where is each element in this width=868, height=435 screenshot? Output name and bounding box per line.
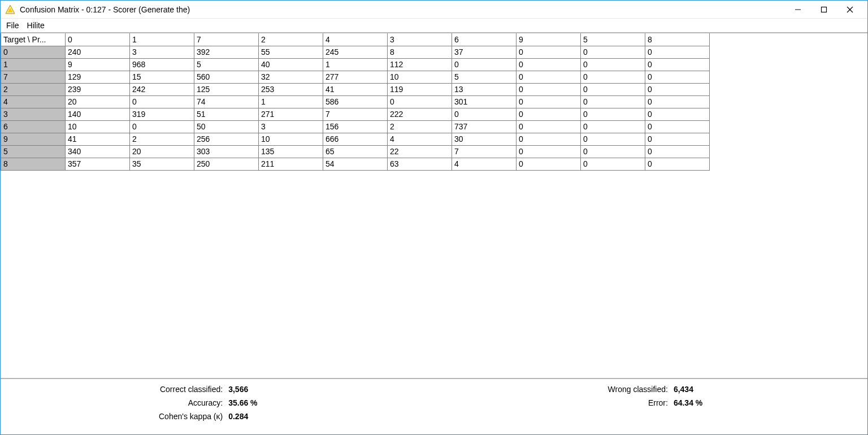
matrix-cell[interactable]: 54 bbox=[323, 158, 388, 170]
matrix-cell[interactable]: 9 bbox=[66, 58, 130, 71]
row-header[interactable]: 3 bbox=[1, 108, 66, 120]
matrix-cell[interactable]: 125 bbox=[194, 83, 259, 95]
column-header[interactable]: 3 bbox=[388, 33, 452, 46]
matrix-cell[interactable]: 303 bbox=[194, 145, 259, 158]
matrix-cell[interactable]: 211 bbox=[259, 158, 323, 170]
matrix-cell[interactable]: 0 bbox=[517, 158, 581, 170]
matrix-cell[interactable]: 0 bbox=[645, 158, 710, 170]
matrix-cell[interactable]: 256 bbox=[194, 133, 259, 145]
matrix-cell[interactable]: 0 bbox=[581, 108, 645, 120]
matrix-cell[interactable]: 74 bbox=[194, 95, 259, 108]
close-button[interactable] bbox=[837, 1, 863, 19]
matrix-cell[interactable]: 0 bbox=[645, 120, 710, 133]
matrix-cell[interactable]: 22 bbox=[388, 145, 452, 158]
matrix-cell[interactable]: 119 bbox=[388, 83, 452, 95]
matrix-cell[interactable]: 55 bbox=[259, 46, 323, 58]
matrix-cell[interactable]: 0 bbox=[130, 120, 194, 133]
matrix-cell[interactable]: 0 bbox=[517, 83, 581, 95]
matrix-cell[interactable]: 1 bbox=[259, 95, 323, 108]
matrix-cell[interactable]: 301 bbox=[452, 95, 517, 108]
matrix-cell[interactable]: 63 bbox=[388, 158, 452, 170]
matrix-cell[interactable]: 0 bbox=[517, 145, 581, 158]
matrix-cell[interactable]: 41 bbox=[323, 83, 388, 95]
column-header[interactable]: 6 bbox=[452, 33, 517, 46]
matrix-cell[interactable]: 0 bbox=[517, 46, 581, 58]
matrix-cell[interactable]: 357 bbox=[66, 158, 130, 170]
column-header[interactable]: 5 bbox=[581, 33, 645, 46]
matrix-cell[interactable]: 340 bbox=[66, 145, 130, 158]
matrix-cell[interactable]: 0 bbox=[645, 108, 710, 120]
matrix-cell[interactable]: 3 bbox=[130, 46, 194, 58]
matrix-cell[interactable]: 392 bbox=[194, 46, 259, 58]
matrix-cell[interactable]: 7 bbox=[323, 108, 388, 120]
matrix-cell[interactable]: 129 bbox=[66, 71, 130, 83]
matrix-cell[interactable]: 10 bbox=[259, 133, 323, 145]
matrix-cell[interactable]: 41 bbox=[66, 133, 130, 145]
matrix-cell[interactable]: 5 bbox=[194, 58, 259, 71]
matrix-cell[interactable]: 112 bbox=[388, 58, 452, 71]
matrix-cell[interactable]: 239 bbox=[66, 83, 130, 95]
row-header[interactable]: 2 bbox=[1, 83, 66, 95]
matrix-cell[interactable]: 0 bbox=[517, 108, 581, 120]
matrix-cell[interactable]: 13 bbox=[452, 83, 517, 95]
matrix-cell[interactable]: 0 bbox=[581, 120, 645, 133]
matrix-cell[interactable]: 135 bbox=[259, 145, 323, 158]
column-header[interactable]: 1 bbox=[130, 33, 194, 46]
menu-file[interactable]: File bbox=[6, 21, 19, 30]
matrix-cell[interactable]: 0 bbox=[388, 95, 452, 108]
row-header[interactable]: 0 bbox=[1, 46, 66, 58]
matrix-cell[interactable]: 0 bbox=[645, 46, 710, 58]
row-header[interactable]: 6 bbox=[1, 120, 66, 133]
matrix-cell[interactable]: 40 bbox=[259, 58, 323, 71]
matrix-cell[interactable]: 586 bbox=[323, 95, 388, 108]
matrix-cell[interactable]: 8 bbox=[388, 46, 452, 58]
row-header[interactable]: 8 bbox=[1, 158, 66, 170]
matrix-cell[interactable]: 0 bbox=[645, 83, 710, 95]
matrix-cell[interactable]: 560 bbox=[194, 71, 259, 83]
matrix-cell[interactable]: 0 bbox=[517, 120, 581, 133]
matrix-cell[interactable]: 37 bbox=[452, 46, 517, 58]
row-header[interactable]: 9 bbox=[1, 133, 66, 145]
matrix-cell[interactable]: 1 bbox=[323, 58, 388, 71]
matrix-cell[interactable]: 0 bbox=[130, 95, 194, 108]
matrix-cell[interactable]: 10 bbox=[66, 120, 130, 133]
row-header[interactable]: 1 bbox=[1, 58, 66, 71]
matrix-cell[interactable]: 65 bbox=[323, 145, 388, 158]
matrix-cell[interactable]: 0 bbox=[581, 133, 645, 145]
matrix-cell[interactable]: 737 bbox=[452, 120, 517, 133]
matrix-cell[interactable]: 0 bbox=[581, 46, 645, 58]
matrix-cell[interactable]: 222 bbox=[388, 108, 452, 120]
column-header[interactable]: 0 bbox=[66, 33, 130, 46]
matrix-cell[interactable]: 7 bbox=[452, 145, 517, 158]
matrix-cell[interactable]: 245 bbox=[323, 46, 388, 58]
matrix-cell[interactable]: 0 bbox=[581, 158, 645, 170]
matrix-cell[interactable]: 277 bbox=[323, 71, 388, 83]
matrix-cell[interactable]: 20 bbox=[130, 145, 194, 158]
menu-hilite[interactable]: Hilite bbox=[27, 21, 45, 30]
minimize-button[interactable] bbox=[785, 1, 811, 19]
matrix-cell[interactable]: 0 bbox=[452, 108, 517, 120]
matrix-cell[interactable]: 20 bbox=[66, 95, 130, 108]
matrix-cell[interactable]: 240 bbox=[66, 46, 130, 58]
matrix-cell[interactable]: 50 bbox=[194, 120, 259, 133]
matrix-cell[interactable]: 253 bbox=[259, 83, 323, 95]
row-header[interactable]: 7 bbox=[1, 71, 66, 83]
matrix-cell[interactable]: 0 bbox=[581, 95, 645, 108]
matrix-cell[interactable]: 968 bbox=[130, 58, 194, 71]
matrix-cell[interactable]: 0 bbox=[645, 71, 710, 83]
matrix-cell[interactable]: 0 bbox=[645, 145, 710, 158]
matrix-cell[interactable]: 0 bbox=[645, 133, 710, 145]
maximize-button[interactable] bbox=[811, 1, 837, 19]
matrix-cell[interactable]: 156 bbox=[323, 120, 388, 133]
matrix-cell[interactable]: 319 bbox=[130, 108, 194, 120]
matrix-cell[interactable]: 271 bbox=[259, 108, 323, 120]
matrix-cell[interactable]: 32 bbox=[259, 71, 323, 83]
corner-header[interactable]: Target \ Pr... bbox=[1, 33, 66, 46]
matrix-cell[interactable]: 30 bbox=[452, 133, 517, 145]
matrix-cell[interactable]: 3 bbox=[259, 120, 323, 133]
row-header[interactable]: 4 bbox=[1, 95, 66, 108]
matrix-cell[interactable]: 0 bbox=[581, 145, 645, 158]
matrix-cell[interactable]: 0 bbox=[581, 58, 645, 71]
matrix-cell[interactable]: 51 bbox=[194, 108, 259, 120]
matrix-cell[interactable]: 0 bbox=[517, 133, 581, 145]
